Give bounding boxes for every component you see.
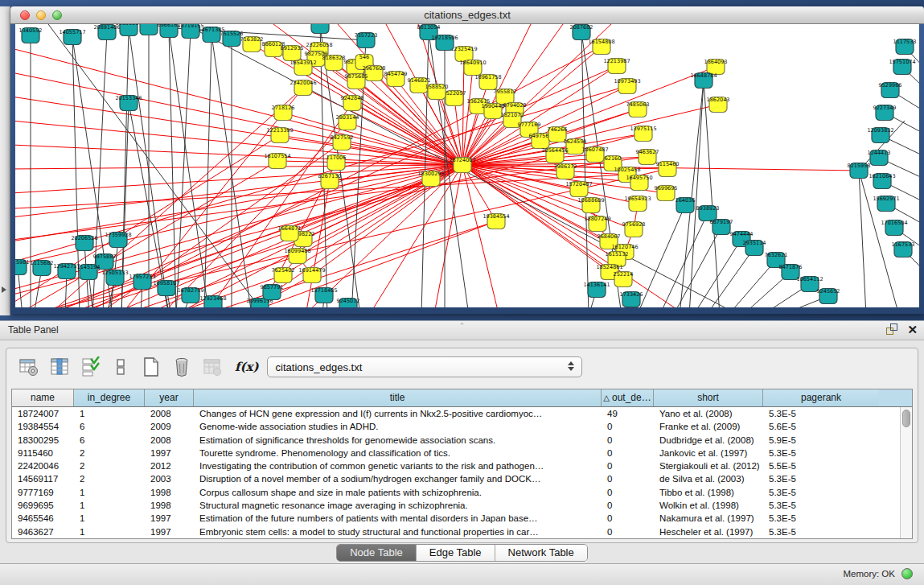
graph-node[interactable]: 16033809 (306, 24, 333, 34)
network-canvas[interactable]: 1872400718300295716382288601288912935232… (15, 24, 919, 307)
graph-node[interactable]: 12213399 (266, 127, 293, 143)
column-header-short[interactable]: short (654, 389, 763, 406)
graph-node[interactable]: 19384554 (483, 213, 509, 229)
column-header-title[interactable]: title (194, 389, 602, 406)
show-columns-icon[interactable] (48, 356, 71, 378)
graph-node[interactable]: 7485063 (626, 101, 650, 117)
table-row[interactable]: 977716911998Corpus callosum shape and si… (12, 486, 912, 499)
graph-node[interactable]: 16099488 (284, 248, 310, 264)
graph-node[interactable]: 20153346 (115, 95, 142, 111)
graph-node[interactable]: 9245652 (817, 288, 840, 304)
graph-node[interactable]: 7515526 (220, 31, 244, 47)
zoom-button[interactable] (52, 10, 62, 20)
graph-node[interactable]: 16961758 (474, 74, 501, 90)
table-row[interactable]: 969969511998Structural magnetic resonanc… (12, 499, 912, 512)
citation-edge-black[interactable] (704, 80, 720, 307)
graph-node[interactable]: 117006 (326, 154, 347, 171)
graph-node[interactable]: 9756928 (622, 221, 646, 237)
graph-node[interactable]: 8912935 (281, 45, 304, 61)
collapsed-side-panel[interactable] (0, 6, 10, 315)
citation-edge-black[interactable] (693, 239, 741, 307)
graph-node[interactable]: 164036 (676, 197, 696, 213)
column-header-in-degree[interactable]: in_degree (74, 389, 145, 406)
graph-node[interactable]: 15720407 (565, 181, 592, 197)
graph-node[interactable]: 1167533 (892, 241, 915, 257)
select-rows-icon[interactable] (79, 356, 101, 378)
column-header-name[interactable]: name (12, 389, 74, 406)
citation-edge-red[interactable] (283, 113, 462, 165)
graph-node[interactable]: 13975115 (630, 126, 656, 142)
graph-node[interactable]: 3915981 (15, 259, 29, 275)
graph-node[interactable]: 12923468 (199, 295, 226, 307)
graph-node[interactable]: 7625402 (272, 267, 295, 283)
tab-edge-table[interactable]: Edge Table (417, 545, 495, 561)
graph-node[interactable]: 18807249 (584, 216, 610, 232)
graph-node[interactable]: 14136141 (583, 282, 610, 298)
column-header-out-degree[interactable]: △out_de… (602, 389, 654, 406)
graph-node[interactable]: 9242848 (341, 95, 364, 111)
graph-node[interactable]: 7163822 (240, 36, 264, 52)
graph-node[interactable]: 1115682 (31, 260, 54, 276)
graph-node[interactable]: 20206526 (71, 235, 97, 251)
table-row[interactable]: 946554611997Estimation of the future num… (12, 512, 912, 525)
delete-table-icon[interactable] (170, 356, 193, 378)
table-selector-dropdown[interactable]: citations_edges.txt (267, 356, 582, 377)
citation-edge-black[interactable] (659, 213, 708, 307)
column-header-year[interactable]: year (145, 389, 194, 406)
table-row[interactable]: 1872400712008Changes of HCN gene express… (12, 407, 912, 420)
graph-node[interactable]: 1145194 (77, 264, 101, 280)
graph-node[interactable]: 16648784 (690, 72, 717, 89)
graph-node[interactable]: 12213987 (603, 58, 630, 74)
graph-node[interactable]: 9857791 (261, 284, 284, 300)
table-row[interactable]: 1830029562008Estimation of significance … (12, 434, 912, 447)
citation-edge-red[interactable] (454, 98, 462, 165)
graph-node[interactable]: 8215958 (848, 163, 871, 179)
table-settings-icon[interactable] (18, 356, 40, 378)
graph-node[interactable]: 23420046 (290, 80, 316, 96)
graph-node[interactable]: 9245012 (337, 298, 360, 307)
graph-node[interactable]: 19654923 (624, 196, 651, 212)
memory-status-indicator[interactable] (901, 568, 913, 579)
table-row[interactable]: 1938455462009Genome-wide association stu… (12, 420, 912, 433)
graph-node[interactable]: 8454749 (384, 71, 408, 87)
graph-node[interactable]: 9699695 (655, 185, 678, 201)
graph-node[interactable]: 2935114 (743, 240, 766, 256)
function-builder-icon[interactable]: f(x) (235, 360, 259, 374)
graph-node[interactable]: 15751074 (889, 59, 915, 75)
graph-node[interactable]: 1244413 (868, 150, 891, 166)
graph-node[interactable]: 10653287 (115, 24, 142, 36)
graph-node[interactable]: 2718126 (272, 105, 295, 121)
close-panel-icon[interactable]: ✕ (907, 323, 918, 336)
panel-resize-grip[interactable]: ⌃ (459, 322, 466, 330)
graph-node[interactable]: 17016504 (881, 220, 907, 236)
graph-node[interactable]: 1862043 (707, 97, 730, 113)
graph-node[interactable]: 8186328 (322, 55, 346, 71)
table-row[interactable]: 946362711997Embryonic stem cells: a mode… (12, 525, 912, 538)
graph-node[interactable]: 15718485 (310, 287, 337, 303)
network-view-window[interactable]: citations_edges.txt 18724007183002957163… (10, 6, 924, 314)
tab-network-table[interactable]: Network Table (495, 545, 587, 561)
scrollbar-thumb[interactable] (902, 410, 910, 427)
tab-node-table[interactable]: Node Table (337, 545, 417, 561)
table-vertical-scrollbar[interactable] (900, 407, 912, 538)
graph-node[interactable]: 9115460 (656, 161, 680, 177)
graph-node[interactable]: 2087682 (570, 24, 593, 40)
graph-node[interactable]: 7986372 (554, 163, 577, 179)
graph-node[interactable]: 9529966 (879, 82, 902, 98)
graph-node[interactable]: 252214 (614, 271, 634, 287)
graph-node[interactable]: 9875685 (345, 73, 368, 89)
graph-node[interactable]: 16154808 (588, 39, 614, 55)
graph-node[interactable]: 8267130 (318, 173, 342, 189)
graph-node[interactable]: 1117533 (893, 39, 917, 55)
graph-node[interactable]: 1733426 (620, 291, 643, 307)
close-button[interactable] (20, 10, 30, 20)
citation-edge-red[interactable] (15, 165, 462, 241)
graph-node[interactable]: 10688609 (577, 197, 604, 213)
panel-expand-arrow-icon[interactable] (2, 286, 6, 293)
graph-node[interactable]: 10973493 (614, 78, 640, 94)
network-graph[interactable]: 1872400718300295716382288601288912935232… (15, 24, 919, 307)
merge-rows-icon[interactable] (109, 356, 132, 378)
graph-node[interactable]: 8427552 (331, 134, 354, 150)
import-table-icon[interactable] (201, 356, 224, 378)
table-row[interactable]: 1456911722003Disruption of a novel membe… (12, 472, 912, 485)
